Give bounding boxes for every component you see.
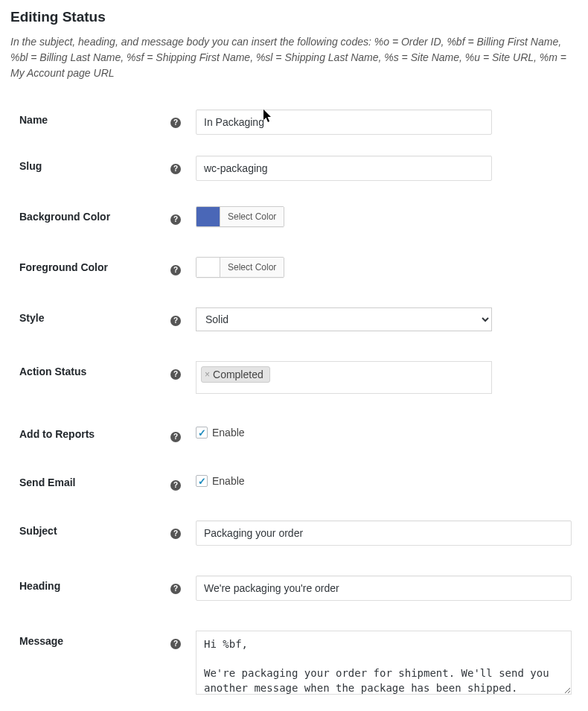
help-icon[interactable]: ?: [170, 118, 181, 128]
heading-label: Heading: [10, 576, 170, 592]
style-select[interactable]: Solid: [196, 307, 492, 331]
message-textarea[interactable]: [196, 631, 572, 695]
fgcolor-swatch: [196, 258, 220, 277]
fgcolor-label: Foreground Color: [10, 257, 170, 273]
bgcolor-picker[interactable]: Select Color: [196, 206, 284, 227]
add-reports-label: Add to Reports: [10, 424, 170, 440]
help-icon[interactable]: ?: [170, 265, 181, 275]
send-email-checkbox[interactable]: [196, 475, 208, 487]
help-icon[interactable]: ?: [170, 432, 181, 442]
help-icon[interactable]: ?: [170, 369, 181, 380]
page-description: In the subject, heading, and message bod…: [10, 34, 578, 81]
bgcolor-label: Background Color: [10, 206, 170, 223]
add-reports-checkbox[interactable]: [196, 427, 208, 439]
action-status-label: Action Status: [10, 361, 170, 377]
action-status-tag-label: Completed: [213, 369, 263, 380]
bgcolor-swatch: [196, 207, 220, 226]
send-email-label: Send Email: [10, 472, 170, 488]
heading-input[interactable]: [196, 576, 572, 601]
fgcolor-picker[interactable]: Select Color: [196, 257, 284, 278]
help-icon[interactable]: ?: [170, 584, 181, 594]
subject-label: Subject: [10, 520, 170, 537]
close-icon[interactable]: ×: [205, 369, 210, 380]
style-label: Style: [10, 307, 170, 324]
action-status-box[interactable]: × Completed: [196, 361, 492, 394]
help-icon[interactable]: ?: [170, 164, 181, 174]
action-status-tag[interactable]: × Completed: [201, 366, 270, 383]
fgcolor-select-button[interactable]: Select Color: [220, 258, 284, 277]
help-icon[interactable]: ?: [170, 480, 181, 491]
help-icon[interactable]: ?: [170, 529, 181, 539]
slug-input[interactable]: [196, 156, 492, 181]
subject-input[interactable]: [196, 520, 572, 546]
page-title: Editing Status: [10, 9, 578, 25]
help-icon[interactable]: ?: [170, 639, 181, 649]
add-reports-enable-label: Enable: [212, 427, 245, 439]
help-icon[interactable]: ?: [170, 214, 181, 225]
slug-label: Slug: [10, 156, 170, 172]
name-input[interactable]: [196, 109, 492, 135]
bgcolor-select-button[interactable]: Select Color: [220, 207, 284, 226]
message-label: Message: [10, 631, 170, 647]
help-icon[interactable]: ?: [170, 316, 181, 326]
name-label: Name: [10, 109, 170, 126]
send-email-enable-label: Enable: [212, 475, 245, 487]
